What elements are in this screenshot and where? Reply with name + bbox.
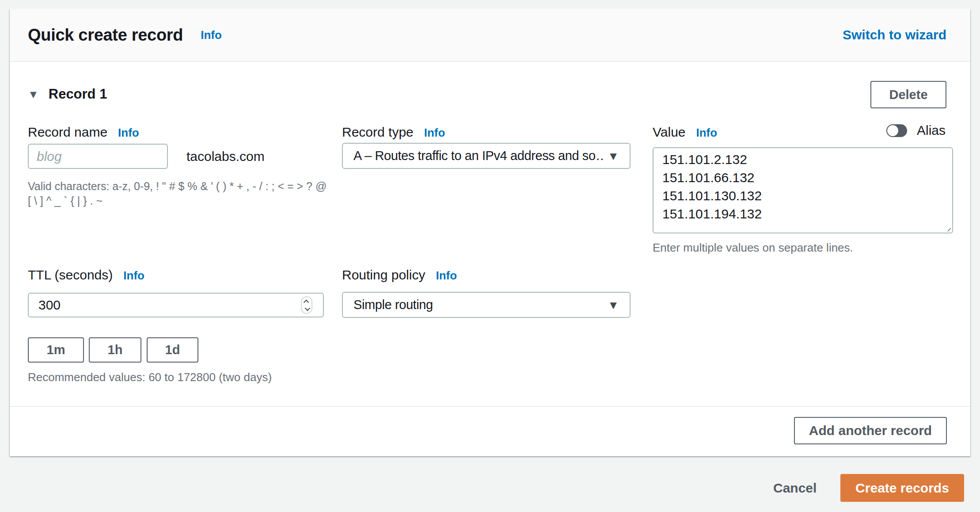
quick-create-record-panel: Quick create record Info Switch to wizar… — [10, 9, 970, 456]
ttl-label: TTL (seconds) Info — [28, 267, 144, 283]
delete-record-button[interactable]: Delete — [870, 81, 946, 108]
collapse-triangle-icon: ▼ — [28, 89, 39, 100]
page-title: Quick create record — [28, 26, 183, 45]
alias-toggle[interactable] — [886, 124, 907, 137]
record-type-label: Record type Info — [342, 125, 445, 140]
value-label: Value Info — [653, 125, 717, 140]
record-type-info-link[interactable]: Info — [424, 126, 445, 140]
switch-to-wizard-link[interactable]: Switch to wizard — [843, 27, 946, 42]
alias-toggle-knob-icon — [887, 125, 898, 136]
domain-suffix: tacolabs.com — [186, 144, 265, 169]
ttl-1m-button[interactable]: 1m — [28, 337, 84, 363]
record-title: Record 1 — [49, 86, 107, 102]
stepper-down-icon[interactable] — [304, 305, 310, 311]
record-type-select[interactable]: A – Routes traffic to an IPv4 address an… — [342, 143, 631, 169]
stepper-up-icon[interactable] — [303, 299, 309, 305]
quick-create-record-page: Quick create record Info Switch to wizar… — [0, 0, 980, 512]
ttl-helper-text: Recommended values: 60 to 172800 (two da… — [28, 371, 272, 384]
panel-header: Quick create record Info Switch to wizar… — [10, 9, 970, 62]
valid-characters-note: Valid characters: a-z, 0-9, ! " # $ % & … — [28, 179, 333, 208]
record-collapse-header[interactable]: ▼ Record 1 — [28, 82, 107, 107]
record-name-label: Record name Info — [28, 125, 139, 140]
dropdown-arrow-icon: ▼ — [603, 299, 630, 311]
cancel-button[interactable]: Cancel — [773, 474, 817, 502]
routing-policy-info-link[interactable]: Info — [436, 269, 457, 283]
panel-divider — [10, 406, 970, 407]
ttl-stepper[interactable] — [301, 296, 312, 314]
record-name-info-link[interactable]: Info — [118, 126, 139, 140]
value-textarea[interactable]: 151.101.2.132 151.101.66.132 151.101.130… — [653, 147, 953, 233]
routing-policy-select[interactable]: Simple routing ▼ — [342, 292, 631, 318]
record-name-input[interactable] — [28, 144, 168, 169]
alias-control: Alias — [886, 123, 946, 138]
ttl-value: 300 — [29, 298, 301, 313]
ttl-1h-button[interactable]: 1h — [89, 337, 141, 363]
ttl-info-link[interactable]: Info — [123, 269, 144, 283]
value-info-link[interactable]: Info — [696, 126, 718, 140]
value-helper-text: Enter multiple values on separate lines. — [653, 241, 853, 255]
dropdown-arrow-icon: ▼ — [603, 150, 630, 162]
add-another-record-button[interactable]: Add another record — [794, 417, 947, 444]
create-records-button[interactable]: Create records — [840, 474, 964, 502]
ttl-1d-button[interactable]: 1d — [147, 337, 198, 363]
title-info-link[interactable]: Info — [201, 28, 222, 42]
ttl-input[interactable]: 300 — [28, 293, 324, 317]
routing-policy-label: Routing policy Info — [342, 267, 457, 283]
alias-label: Alias — [917, 123, 946, 138]
